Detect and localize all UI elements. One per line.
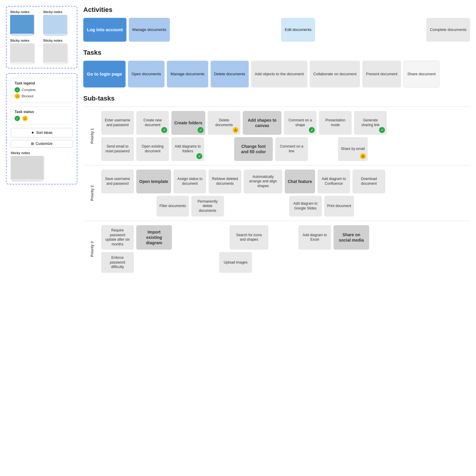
sub-open-template[interactable]: Open template (136, 170, 171, 193)
warn-icon: ⚠ (15, 93, 20, 99)
spacer-p1r2-1 (206, 137, 232, 161)
spacer-p2r2-4 (262, 196, 287, 217)
sort-ideas-button[interactable]: ✦ Sort Ideas (11, 128, 73, 137)
task-card-add-objects[interactable]: Add objects to the document (251, 61, 307, 87)
sub-open-existing[interactable]: Open existing document (136, 137, 169, 161)
sub-add-shapes[interactable]: Add shapes to canvas (243, 111, 281, 135)
sub-add-confluence[interactable]: Add diagram to Confluence (317, 170, 350, 193)
task-card-share[interactable]: Share document (403, 61, 439, 87)
sticky-note-gray-1 (10, 43, 34, 63)
sub-upload-images[interactable]: Upload images (219, 252, 252, 273)
customize-label: Customize (36, 142, 53, 146)
sub-print-doc[interactable]: Print document (324, 196, 354, 217)
sub-comment-line[interactable]: Comment on a line (275, 137, 308, 161)
sub-send-email[interactable]: Send email to reset password (101, 137, 134, 161)
sub-filter-docs[interactable]: Filter documents (156, 196, 189, 217)
sub-enter-username[interactable]: Enter username and password (101, 111, 134, 135)
priority2-label: Priority 2 (83, 170, 101, 217)
sticky-label-2: Sticky notes (43, 10, 62, 14)
priority2-row2: Filter documents Permanently delete docu… (101, 196, 470, 217)
spacer-p2r2-1 (101, 196, 126, 217)
sub-require-password[interactable]: Require password update after six months (101, 225, 134, 250)
spacer-p3r2-3 (192, 252, 217, 273)
single-sticky-section: Sticky notes (11, 151, 73, 180)
priority3-content: Require password update after six months… (101, 225, 470, 273)
badge-warn-share: ⚠ (360, 153, 366, 159)
priority1-row1: Enter username and password Create new d… (101, 111, 470, 135)
task-card-open[interactable]: Open documents (128, 61, 165, 87)
right-panel: Activities Log into account Manage docum… (83, 6, 470, 277)
priority2-row1: Save username and password Open template… (101, 170, 470, 193)
sort-label: Sort Ideas (36, 131, 53, 135)
legend-blocked-label: Blocked (22, 94, 33, 98)
sub-save-username[interactable]: Save username and password (101, 170, 134, 193)
activity-card-manage[interactable]: Manage documents (129, 18, 170, 42)
sub-change-font[interactable]: Change font and fill color (234, 137, 273, 161)
sub-create-folders[interactable]: Create folders ✓ (171, 111, 205, 135)
sub-import-diagram[interactable]: Import existing diagram (136, 225, 172, 250)
legend-box: Task legend ✓ Complete ⚠ Blocked (11, 78, 73, 103)
sub-perm-delete[interactable]: Permanently delete documents (191, 196, 224, 217)
sub-generate-link[interactable]: Generate sharing link ✓ (354, 111, 387, 135)
badge-check-folders: ✓ (198, 127, 203, 133)
priority3-row1: Require password update after six months… (101, 225, 470, 250)
sub-auto-arrange[interactable]: Automatically arrange and align shapes (244, 170, 282, 193)
sticky-note-3: Sticky notes (10, 39, 40, 64)
sub-share-social[interactable]: Share on social media (333, 225, 369, 250)
spacer-p3r1-1 (174, 225, 200, 250)
badge-check-link: ✓ (379, 127, 385, 133)
activities-section: Activities Log into account Manage docum… (83, 6, 470, 42)
priority3-label: Priority 3 (83, 225, 101, 273)
sub-delete-docs[interactable]: Delete documents ⚠ (208, 111, 240, 135)
legend-complete-label: Complete (22, 88, 36, 92)
legend-item-blocked: ⚠ Blocked (15, 93, 69, 99)
activity-card-edit[interactable]: Edit documents (281, 18, 315, 42)
sub-create-new[interactable]: Create new document ✓ (136, 111, 169, 135)
priority2-block: Priority 2 Save username and password Op… (83, 165, 470, 221)
tasks-section: Tasks Go to login page Open documents Ma… (83, 49, 470, 87)
activity-card-complete[interactable]: Complete documents (426, 18, 470, 42)
sub-retrieve-deleted[interactable]: Retrieve deleted documents (209, 170, 241, 193)
activity-card-login[interactable]: Log into account (83, 18, 126, 42)
badge-check-diagrams: ✓ (196, 153, 202, 159)
task-card-present[interactable]: Present document (362, 61, 401, 87)
sticky-label-3: Sticky notes (10, 39, 29, 42)
legend-title: Task legend (15, 81, 69, 85)
sub-add-excel[interactable]: Add diagram to Excel (298, 225, 331, 250)
sub-enforce-password[interactable]: Enforce password difficulty (101, 252, 134, 273)
tasks-title: Tasks (83, 49, 470, 57)
sticky-note-blue-2 (43, 15, 67, 34)
task-card-collaborate[interactable]: Collaborate on document (310, 61, 360, 87)
activities-spacer (172, 18, 279, 42)
sub-assign-status[interactable]: Assign status to document (173, 170, 206, 193)
spacer-p2r2-3 (226, 196, 259, 217)
sub-share-email[interactable]: Share by email ⚠ (338, 137, 368, 161)
sticky-note-gray-2 (43, 43, 67, 63)
sticky-label-1: Sticky notes (10, 10, 29, 14)
sub-add-google-slides[interactable]: Add diagram to Google Slides (289, 196, 322, 217)
sticky-note-blue-1 (10, 15, 34, 34)
status-title: Task status (15, 110, 69, 114)
status-warn-icon: ⚠ (22, 116, 28, 121)
sub-download-doc[interactable]: Download document (353, 170, 385, 193)
sticky-notes-grid-top: Sticky notes Sticky notes Sticky notes S… (6, 6, 77, 68)
task-card-delete[interactable]: Delete documents (211, 61, 249, 87)
sub-comment-shape[interactable]: Comment on a shape ✓ (284, 111, 317, 135)
spacer-p3r1-3 (271, 225, 296, 250)
sub-add-diagrams-folders[interactable]: Add diagrams to folders ✓ (171, 137, 204, 161)
priority2-content: Save username and password Open template… (101, 170, 470, 217)
left-panel: Sticky notes Sticky notes Sticky notes S… (6, 6, 77, 277)
sticky-note-4: Sticky notes (43, 39, 73, 64)
task-card-login[interactable]: Go to login page (83, 61, 126, 87)
priority1-label: Priority 1 (83, 111, 101, 161)
customize-button[interactable]: ⊞ Customize (11, 140, 73, 148)
subtasks-title: Sub-tasks (83, 95, 470, 102)
task-card-manage[interactable]: Manage documents (167, 61, 208, 87)
badge-check-comment: ✓ (309, 127, 315, 133)
status-icons: ✓ ⚠ (15, 116, 69, 121)
sub-chat-feature[interactable]: Chat feature (285, 170, 315, 193)
status-check-icon: ✓ (15, 116, 20, 121)
sub-search-icons[interactable]: Search for icons and shapes (230, 225, 268, 250)
single-sticky-label: Sticky notes (11, 151, 73, 155)
sub-presentation-mode[interactable]: Presentation mode (319, 111, 352, 135)
